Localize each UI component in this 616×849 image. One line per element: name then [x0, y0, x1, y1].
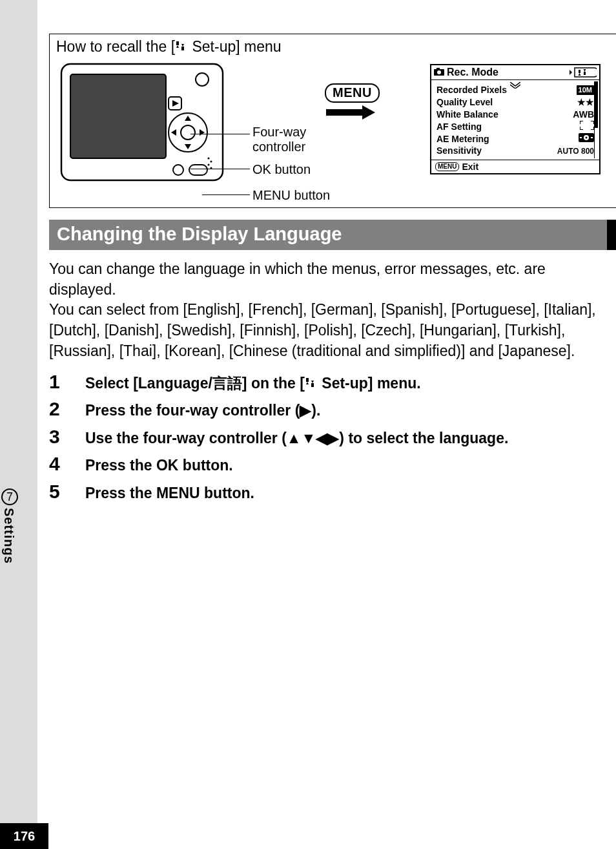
page-number: 176: [0, 823, 48, 849]
svg-point-12: [208, 164, 210, 166]
metering-icon: [579, 133, 594, 145]
svg-rect-1: [181, 47, 184, 50]
left-margin: [0, 0, 37, 849]
recall-title-prefix: How to recall the [: [56, 38, 175, 55]
rec-mode-header: Rec. Mode: [431, 65, 599, 80]
svg-point-17: [437, 70, 441, 74]
step-text: Press the OK button.: [85, 453, 233, 477]
svg-point-6: [181, 125, 195, 140]
pixels-chip: 10M: [577, 85, 594, 95]
setup-icon: [175, 40, 188, 53]
scroll-down-arrows-icon: [510, 79, 520, 91]
step-item: 3 Use the four-way controller (▲▼◀▶) to …: [49, 426, 607, 450]
step-number: 5: [49, 481, 66, 502]
callout-line: [202, 194, 250, 195]
svg-point-10: [208, 158, 210, 160]
step-text: Use the four-way controller (▲▼◀▶) to se…: [85, 426, 508, 450]
rec-row: AE Metering: [436, 133, 594, 145]
step-item: 5 Press the MENU button.: [49, 481, 607, 505]
svg-rect-14: [326, 109, 362, 116]
steps-list: 1 Select [Language/言語] on the [ Set-up] …: [49, 371, 616, 505]
rec-row: White Balance AWB: [436, 109, 594, 121]
rec-row: Quality Level ★★: [436, 96, 594, 109]
rec-row: AF Setting: [436, 121, 594, 133]
step-text-part: Set-up] menu.: [318, 375, 421, 392]
rec-row-label: AF Setting: [436, 121, 482, 133]
callout-four-way: Four-way controller: [252, 125, 306, 154]
rec-row-label: Recorded Pixels: [436, 84, 507, 96]
section-title: Changing the Display Language: [49, 220, 616, 250]
callout-ok-button: OK button: [252, 162, 311, 177]
step-item: 2 Press the four-way controller (▶).: [49, 398, 607, 422]
step-number: 2: [49, 398, 66, 419]
svg-rect-19: [584, 72, 586, 75]
rec-mode-label: Rec. Mode: [447, 67, 498, 78]
step-text-jp: 言語: [212, 375, 242, 392]
svg-point-8: [173, 165, 183, 175]
svg-point-22: [586, 136, 588, 138]
quality-stars: ★★: [577, 96, 594, 109]
rec-row-label: White Balance: [436, 109, 498, 121]
svg-rect-0: [176, 41, 179, 45]
svg-rect-16: [436, 68, 440, 70]
side-tab: 7 Settings: [1, 488, 18, 564]
af-brackets-icon: [580, 121, 594, 133]
sensitivity-value: AUTO 800: [557, 146, 594, 156]
step-text-part: Select [Language/: [85, 375, 212, 392]
step-text-part: ] on the [: [242, 375, 305, 392]
svg-rect-9: [189, 165, 207, 175]
rec-row-label: Sensitivity: [436, 145, 482, 157]
callout-line: [190, 134, 250, 134]
menu-badge: MENU: [325, 83, 380, 103]
recall-title: How to recall the [ Set-up] menu: [56, 38, 610, 56]
svg-rect-26: [311, 383, 314, 387]
callout-line: [190, 169, 250, 169]
step-item: 4 Press the OK button.: [49, 453, 607, 477]
camera-icon: [434, 67, 444, 78]
menu-chip: MENU: [435, 162, 459, 171]
exit-label: Exit: [462, 162, 478, 172]
step-text: Press the four-way controller (▶).: [85, 398, 320, 422]
svg-rect-18: [579, 70, 580, 73]
svg-point-11: [210, 161, 212, 163]
setup-icon: [305, 377, 318, 390]
svg-rect-24: [591, 137, 593, 138]
step-number: 4: [49, 453, 66, 474]
awb-value: AWB: [573, 109, 594, 121]
recall-title-suffix: Set-up] menu: [188, 38, 281, 55]
step-number: 3: [49, 426, 66, 447]
step-item: 1 Select [Language/言語] on the [ Set-up] …: [49, 371, 607, 395]
rec-mode-body: Recorded Pixels 10M Quality Level ★★ Whi…: [431, 80, 599, 160]
arrow-right-icon: [326, 105, 375, 122]
step-text: Select [Language/言語] on the [ Set-up] me…: [85, 371, 421, 395]
svg-rect-3: [70, 74, 166, 158]
rec-mode-panel: Rec. Mode Recorded Pixels 10M: [430, 64, 601, 174]
intro-paragraph: You can change the language in which the…: [49, 259, 616, 362]
recall-setup-box: How to recall the [ Set-up] menu: [49, 34, 616, 208]
side-tab-label: Settings: [1, 508, 16, 564]
step-text: Press the MENU button.: [85, 481, 254, 505]
rec-row-label: AE Metering: [436, 133, 489, 145]
rec-mode-tab-right: [568, 67, 597, 78]
rec-row: Sensitivity AUTO 800: [436, 145, 594, 157]
svg-rect-23: [580, 137, 582, 138]
side-tab-number: 7: [1, 488, 18, 505]
svg-rect-25: [306, 378, 309, 382]
rec-row-label: Quality Level: [436, 96, 493, 109]
svg-point-4: [196, 73, 209, 86]
callout-menu-button: MENU button: [252, 188, 330, 203]
step-number: 1: [49, 371, 66, 392]
rec-mode-footer: MENU Exit: [431, 160, 599, 173]
rec-scrollbar: [594, 81, 598, 158]
